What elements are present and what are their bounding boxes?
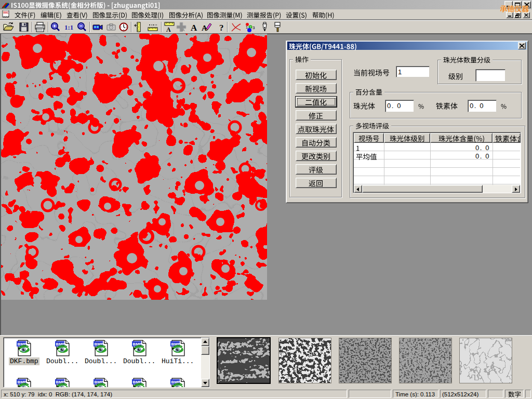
svg-text:A: A (166, 26, 171, 33)
svg-text:A: A (191, 23, 197, 33)
svg-text:DOC: DOC (3, 11, 9, 14)
svg-text:1:1: 1:1 (64, 23, 73, 31)
svg-text:?: ? (219, 23, 224, 33)
svg-text:3: 3 (252, 25, 255, 30)
svg-text:A: A (182, 28, 185, 32)
svg-text:1: 1 (246, 25, 248, 29)
